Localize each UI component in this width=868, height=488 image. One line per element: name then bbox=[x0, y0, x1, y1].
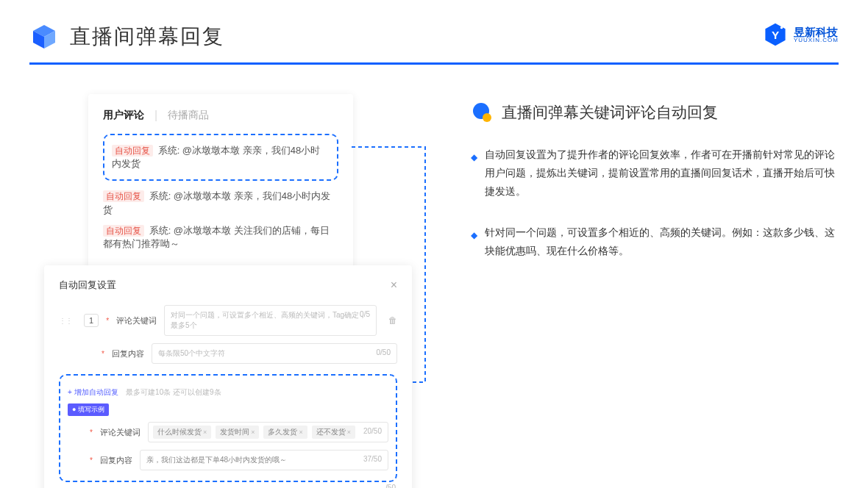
right-column: 直播间弹幕关键词评论自动回复 ◆ 自动回复设置为了提升作者的评论回复效率，作者可… bbox=[471, 94, 839, 488]
chat-bubble-icon bbox=[471, 101, 493, 123]
ex-keyword-label: 评论关键词 bbox=[100, 427, 140, 438]
required-star: * bbox=[90, 456, 93, 464]
ex-content-input[interactable]: 亲，我们这边都是下单48小时内发货的哦～ 37/50 bbox=[140, 450, 388, 470]
ex-content-label: 回复内容 bbox=[100, 455, 132, 466]
page-header: 直播间弹幕回复 bbox=[0, 0, 868, 51]
ex-content-value: 亲，我们这边都是下单48小时内发货的哦～ bbox=[146, 456, 287, 464]
brand-hex-icon: Y bbox=[763, 22, 788, 47]
diamond-icon: ◆ bbox=[471, 228, 477, 260]
content-input[interactable]: 每条限50个中文字符 0/50 bbox=[152, 343, 397, 364]
keyword-counter: 0/5 bbox=[360, 310, 370, 318]
page-title: 直播间弹幕回复 bbox=[70, 23, 224, 51]
section-heading: 直播间弹幕关键词评论自动回复 bbox=[471, 101, 839, 123]
keyword-input[interactable]: 对同一个问题，可设置多个相近、高频的关键词，Tag确定，最多5个 0/5 bbox=[164, 305, 377, 336]
tag-chip: 还不发货× bbox=[312, 426, 355, 439]
example-badge: ● 填写示例 bbox=[68, 403, 109, 416]
ex-keyword-counter: 20/50 bbox=[363, 427, 382, 435]
trash-icon[interactable]: 🗑 bbox=[388, 315, 397, 326]
settings-title: 自动回复设置 bbox=[59, 279, 116, 292]
rule-number: 1 bbox=[84, 314, 99, 327]
required-star: * bbox=[90, 428, 93, 437]
example-content-row: * 回复内容 亲，我们这边都是下单48小时内发货的哦～ 37/50 bbox=[68, 450, 388, 470]
content-placeholder: 每条限50个中文字符 bbox=[158, 349, 225, 357]
add-hint: 最多可建10条 还可以创建9条 bbox=[126, 388, 221, 396]
bullet-1-text: 自动回复设置为了提升作者的评论回复效率，作者可在开播前针对常见的评论用户问题，提… bbox=[485, 146, 839, 201]
highlighted-comment: 自动回复 系统: @冰墩墩本墩 亲亲，我们48小时内发货 bbox=[103, 134, 338, 181]
close-icon[interactable]: × bbox=[391, 279, 397, 292]
required-star: * bbox=[106, 317, 109, 325]
section-title: 直播间弹幕关键词评论自动回复 bbox=[502, 102, 718, 123]
cube-icon bbox=[29, 22, 59, 51]
ex-content-counter: 37/50 bbox=[363, 455, 382, 463]
brand-logo-area: Y 昱新科技 YUUXIN.COM bbox=[763, 22, 839, 47]
example-keyword-row: * 评论关键词 什么时候发货× 发货时间× 多久发货× 还不发货× 20/50 bbox=[68, 422, 388, 442]
auto-reply-tag: 自动回复 bbox=[103, 190, 144, 202]
content-row: * 回复内容 每条限50个中文字符 0/50 bbox=[59, 343, 397, 364]
auto-reply-tag: 自动回复 bbox=[112, 145, 153, 157]
tag-chip: 发货时间× bbox=[216, 426, 259, 439]
tab-pending-goods[interactable]: 待播商品 bbox=[168, 109, 209, 122]
required-star: * bbox=[102, 350, 104, 358]
content-counter: 0/50 bbox=[377, 348, 391, 356]
comment-row-3: 自动回复 系统: @冰墩墩本墩 关注我们的店铺，每日都有热门推荐呦～ bbox=[103, 224, 338, 251]
outer-counter: /50 bbox=[385, 484, 396, 488]
comments-card: 用户评论 | 待播商品 自动回复 系统: @冰墩墩本墩 亲亲，我们48小时内发货… bbox=[88, 94, 353, 273]
brand-name-cn: 昱新科技 bbox=[794, 26, 839, 37]
svg-point-7 bbox=[483, 113, 491, 122]
example-box: + 增加自动回复 最多可建10条 还可以创建9条 ● 填写示例 * 评论关键词 … bbox=[59, 374, 397, 482]
add-auto-reply-link[interactable]: + 增加自动回复 bbox=[68, 388, 118, 396]
diamond-icon: ◆ bbox=[471, 150, 477, 201]
bullet-1: ◆ 自动回复设置为了提升作者的评论回复效率，作者可在开播前针对常见的评论用户问题… bbox=[471, 146, 839, 201]
brand-name-en: YUUXIN.COM bbox=[794, 37, 839, 43]
ex-keyword-input[interactable]: 什么时候发货× 发货时间× 多久发货× 还不发货× 20/50 bbox=[148, 422, 388, 442]
comment-row-2: 自动回复 系统: @冰墩墩本墩 亲亲，我们48小时内发货 bbox=[103, 190, 338, 216]
bullet-2: ◆ 针对同一个问题，可设置多个相近的、高频的关键词。例如：这款多少钱、这块能优惠… bbox=[471, 223, 839, 260]
tag-chip: 多久发货× bbox=[263, 426, 307, 439]
tab-user-comments[interactable]: 用户评论 bbox=[103, 109, 144, 122]
keyword-label: 评论关键词 bbox=[116, 315, 157, 326]
settings-card: 自动回复设置 × ⋮⋮ 1 * 评论关键词 对同一个问题，可设置多个相近、高频的… bbox=[44, 265, 412, 488]
left-column: 用户评论 | 待播商品 自动回复 系统: @冰墩墩本墩 亲亲，我们48小时内发货… bbox=[44, 94, 412, 488]
svg-text:Y: Y bbox=[772, 29, 779, 41]
svg-point-5 bbox=[780, 26, 783, 29]
content-label: 回复内容 bbox=[112, 348, 144, 359]
tab-separator: | bbox=[154, 109, 157, 122]
keyword-placeholder: 对同一个问题，可设置多个相近、高频的关键词，Tag确定，最多5个 bbox=[171, 311, 366, 329]
bullet-2-text: 针对同一个问题，可设置多个相近的、高频的关键词。例如：这款多少钱、这块能优惠吗、… bbox=[485, 223, 839, 260]
tag-chip: 什么时候发货× bbox=[153, 426, 211, 439]
drag-handle-icon[interactable]: ⋮⋮ bbox=[59, 317, 72, 325]
auto-reply-tag: 自动回复 bbox=[103, 225, 144, 237]
keyword-row: ⋮⋮ 1 * 评论关键词 对同一个问题，可设置多个相近、高频的关键词，Tag确定… bbox=[59, 305, 397, 336]
